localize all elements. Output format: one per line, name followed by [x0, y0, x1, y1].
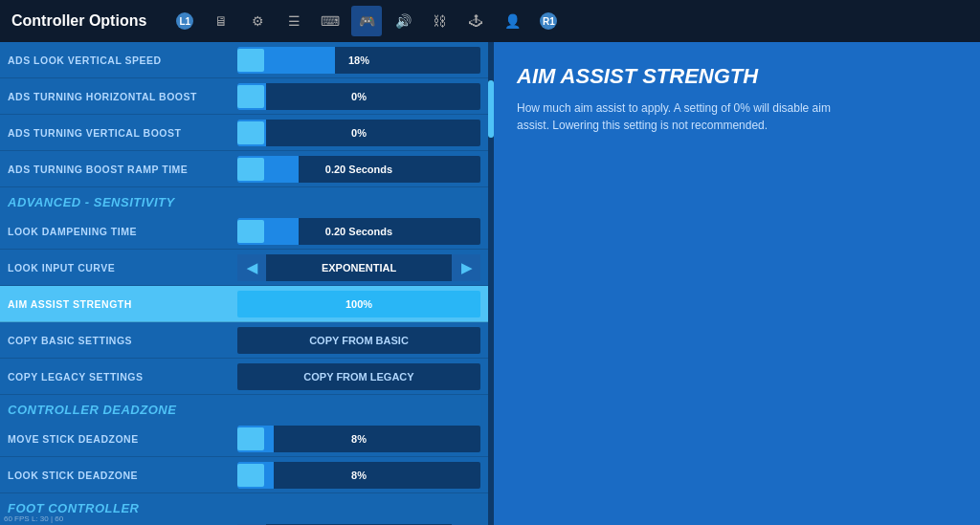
- detail-panel: AIM ASSIST STRENGTH How much aim assist …: [494, 42, 980, 525]
- label-ads-turning-horizontal-boost: ADS TURNING HORIZONTAL BOOST: [8, 91, 237, 102]
- label-ads-turning-vertical-boost: ADS TURNING VERTICAL BOOST: [8, 127, 237, 139]
- row-ads-turning-vertical-boost[interactable]: ADS TURNING VERTICAL BOOST 0%: [0, 115, 488, 151]
- label-copy-basic-settings: COPY BASIC SETTINGS: [8, 335, 237, 346]
- gear-icon[interactable]: ⚙: [242, 6, 273, 36]
- slider-value-move-deadzone: 8%: [237, 433, 480, 445]
- slider-aim-assist-strength[interactable]: 100%: [237, 291, 480, 317]
- slider-value-aim-assist: 100%: [237, 298, 480, 310]
- slider-ads-turning-boost-ramp-time[interactable]: 0.20 Seconds: [237, 156, 480, 183]
- arrow-left-look-input-curve[interactable]: ◀: [237, 254, 266, 281]
- arrow-look-input-curve[interactable]: ◀ EXPONENTIAL ▶: [237, 254, 480, 281]
- control-aim-assist-strength[interactable]: 100%: [237, 286, 480, 321]
- control-copy-legacy-settings[interactable]: COPY FROM LEGACY: [237, 359, 480, 394]
- slider-value-dampening: 0.20 Seconds: [237, 226, 480, 237]
- slider-look-stick-deadzone[interactable]: 8%: [237, 462, 480, 489]
- gamepad-icon[interactable]: 🕹: [460, 6, 491, 36]
- slider-value-h-boost: 0%: [237, 91, 480, 102]
- settings-panel: ADS LOOK VERTICAL SPEED 18% ADS TURNING …: [0, 42, 488, 525]
- control-look-stick-deadzone[interactable]: 8%: [237, 457, 480, 492]
- control-look-input-curve[interactable]: ◀ EXPONENTIAL ▶: [237, 250, 480, 285]
- row-look-stick-deadzone[interactable]: LOOK STICK DEADZONE 8%: [0, 457, 488, 493]
- fps-indicator: 60 FPS L: 30 | 60: [4, 514, 63, 523]
- slider-value-ads-vertical: 18%: [237, 55, 480, 66]
- control-move-stick-deadzone[interactable]: 8%: [237, 421, 480, 456]
- slider-value-ramp: 0.20 Seconds: [237, 164, 480, 175]
- label-look-stick-deadzone: LOOK STICK DEADZONE: [8, 470, 237, 481]
- top-nav: Controller Options L1 🖥 ⚙ ☰ ⌨ 🎮 🔊 ⛓ 🕹 👤 …: [0, 0, 980, 42]
- detail-description: How much aim assist to apply. A setting …: [517, 99, 861, 134]
- monitor-icon[interactable]: 🖥: [206, 6, 236, 36]
- row-copy-basic-settings[interactable]: COPY BASIC SETTINGS COPY FROM BASIC: [0, 322, 488, 359]
- label-move-stick-deadzone: MOVE STICK DEADZONE: [8, 433, 237, 445]
- btn-copy-from-basic[interactable]: COPY FROM BASIC: [237, 327, 480, 354]
- row-ads-turning-horizontal-boost[interactable]: ADS TURNING HORIZONTAL BOOST 0%: [0, 78, 488, 115]
- control-enable-foot-controller[interactable]: ◀ OFF ▶: [237, 519, 480, 525]
- slider-look-dampening-time[interactable]: 0.20 Seconds: [237, 218, 480, 245]
- keyboard-icon[interactable]: ⌨: [315, 6, 345, 36]
- row-ads-look-vertical-speed[interactable]: ADS LOOK VERTICAL SPEED 18%: [0, 42, 488, 78]
- slider-value-look-deadzone: 8%: [237, 470, 480, 481]
- label-ads-turning-boost-ramp-time: ADS TURNING BOOST RAMP TIME: [8, 164, 237, 175]
- list-icon[interactable]: ☰: [278, 6, 309, 36]
- btn-copy-from-legacy[interactable]: COPY FROM LEGACY: [237, 363, 480, 390]
- controller-icon[interactable]: 🎮: [351, 6, 382, 36]
- control-copy-basic-settings[interactable]: COPY FROM BASIC: [237, 322, 480, 358]
- arrow-value-look-input-curve: EXPONENTIAL: [266, 262, 452, 273]
- section-advanced-sensitivity: ADVANCED - SENSITIVITY: [0, 187, 488, 213]
- arrow-right-look-input-curve[interactable]: ▶: [452, 254, 480, 281]
- slider-ads-turning-vertical-boost[interactable]: 0%: [237, 120, 480, 146]
- row-look-input-curve[interactable]: LOOK INPUT CURVE ◀ EXPONENTIAL ▶: [0, 250, 488, 286]
- slider-value-v-boost: 0%: [237, 127, 480, 139]
- detail-title: AIM ASSIST STRENGTH: [517, 65, 957, 88]
- slider-ads-look-vertical-speed[interactable]: 18%: [237, 47, 480, 74]
- label-look-dampening-time: LOOK DAMPENING TIME: [8, 226, 237, 237]
- main-layout: ADS LOOK VERTICAL SPEED 18% ADS TURNING …: [0, 42, 980, 525]
- network-icon[interactable]: ⛓: [424, 6, 455, 36]
- row-enable-foot-controller[interactable]: ENABLE FOOT CONTROLLER ◀ OFF ▶: [0, 519, 488, 525]
- nav-title: Controller Options: [11, 12, 146, 30]
- user-icon[interactable]: 👤: [497, 6, 527, 36]
- section-foot-controller: FOOT CONTROLLER: [0, 493, 488, 519]
- control-ads-look-vertical-speed[interactable]: 18%: [237, 42, 480, 77]
- row-move-stick-deadzone[interactable]: MOVE STICK DEADZONE 8%: [0, 421, 488, 457]
- control-ads-turning-boost-ramp-time[interactable]: 0.20 Seconds: [237, 151, 480, 186]
- row-look-dampening-time[interactable]: LOOK DAMPENING TIME 0.20 Seconds: [0, 213, 488, 250]
- row-aim-assist-strength[interactable]: AIM ASSIST STRENGTH 100%: [0, 286, 488, 322]
- control-ads-turning-horizontal-boost[interactable]: 0%: [237, 78, 480, 114]
- label-copy-legacy-settings: COPY LEGACY SETTINGS: [8, 371, 237, 383]
- label-look-input-curve: LOOK INPUT CURVE: [8, 262, 237, 273]
- control-look-dampening-time[interactable]: 0.20 Seconds: [237, 213, 480, 249]
- row-copy-legacy-settings[interactable]: COPY LEGACY SETTINGS COPY FROM LEGACY: [0, 359, 488, 395]
- slider-ads-turning-horizontal-boost[interactable]: 0%: [237, 83, 480, 110]
- control-ads-turning-vertical-boost[interactable]: 0%: [237, 115, 480, 150]
- speaker-icon[interactable]: 🔊: [388, 6, 418, 36]
- R1-badge[interactable]: R1: [533, 6, 564, 36]
- row-ads-turning-boost-ramp-time[interactable]: ADS TURNING BOOST RAMP TIME 0.20 Seconds: [0, 151, 488, 187]
- label-aim-assist-strength: AIM ASSIST STRENGTH: [8, 298, 237, 310]
- section-controller-deadzone: CONTROLLER DEADZONE: [0, 395, 488, 421]
- label-ads-look-vertical-speed: ADS LOOK VERTICAL SPEED: [8, 55, 237, 66]
- L1-badge[interactable]: L1: [169, 6, 200, 36]
- slider-move-stick-deadzone[interactable]: 8%: [237, 426, 480, 452]
